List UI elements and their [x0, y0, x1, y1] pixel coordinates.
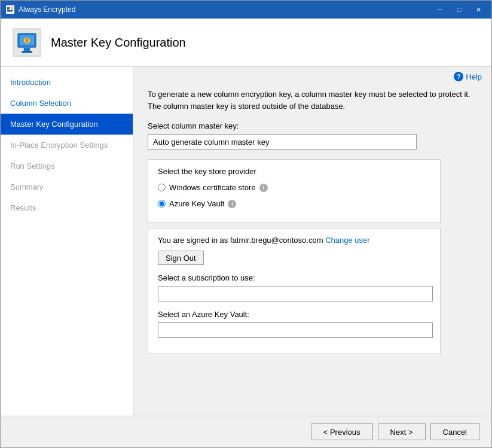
keystore-title: Select the key store provider — [158, 167, 430, 176]
svg-rect-2 — [11, 7, 13, 10]
subscription-dropdown[interactable] — [158, 286, 433, 301]
change-user-link[interactable]: Change user — [325, 236, 369, 245]
sidebar-item-in-place-encryption-settings: In-Place Encryption Settings — [1, 135, 133, 156]
windows-cert-info-icon[interactable]: i — [259, 184, 268, 192]
sidebar-item-summary: Summary — [1, 176, 133, 197]
content-area: ? Help To generate a new column encrypti… — [133, 67, 491, 416]
vault-label: Select an Azure Key Vault: — [158, 310, 430, 319]
azure-key-vault-info-icon[interactable]: i — [228, 200, 236, 208]
window: Always Encrypted ─ □ ✕ Master Key Config… — [0, 0, 492, 448]
windows-cert-label[interactable]: Windows certificate store — [169, 183, 256, 192]
minimize-button[interactable]: ─ — [432, 4, 448, 16]
help-circle-icon: ? — [454, 72, 463, 81]
svg-rect-11 — [26, 38, 28, 42]
azure-section: You are signed in as fatmir.bregu@contos… — [148, 228, 441, 354]
header: Master Key Configuration — [1, 19, 491, 67]
sign-out-button[interactable]: Sign Out — [158, 251, 204, 265]
main-content: Introduction Column Selection Master Key… — [1, 67, 491, 416]
svg-rect-9 — [22, 51, 32, 53]
close-button[interactable]: ✕ — [470, 4, 487, 16]
sidebar: Introduction Column Selection Master Key… — [1, 67, 133, 416]
help-link[interactable]: ? Help — [454, 72, 482, 81]
page-title: Master Key Configuration — [51, 36, 186, 50]
previous-button[interactable]: < Previous — [311, 423, 373, 440]
signed-in-row: You are signed in as fatmir.bregu@contos… — [158, 236, 430, 245]
signed-in-text: You are signed in as fatmir.bregu@contos… — [158, 236, 323, 245]
subscription-label: Select a subscription to use: — [158, 273, 430, 282]
master-key-dropdown-wrapper: Auto generate column master keySelect ex… — [148, 134, 477, 150]
app-icon — [5, 5, 15, 14]
header-icon — [13, 28, 41, 57]
svg-rect-1 — [7, 7, 10, 10]
description-text: To generate a new column encryption key,… — [148, 89, 477, 112]
title-bar: Always Encrypted ─ □ ✕ — [1, 1, 491, 19]
subscription-dropdown-wrapper — [158, 286, 430, 301]
cancel-button[interactable]: Cancel — [430, 423, 479, 440]
windows-cert-radio[interactable] — [158, 184, 166, 191]
vault-dropdown-wrapper — [158, 322, 430, 338]
sidebar-item-run-settings: Run Settings — [1, 156, 133, 176]
vault-dropdown[interactable] — [158, 322, 433, 338]
keystore-box: Select the key store provider Windows ce… — [148, 159, 441, 223]
sidebar-item-results: Results — [1, 197, 133, 218]
footer: < Previous Next > Cancel — [1, 416, 491, 447]
azure-key-vault-radio[interactable] — [158, 200, 166, 208]
window-title: Always Encrypted — [19, 5, 432, 14]
next-button[interactable]: Next > — [378, 423, 426, 440]
window-controls: ─ □ ✕ — [432, 4, 487, 16]
master-key-dropdown[interactable]: Auto generate column master keySelect ex… — [148, 134, 417, 150]
sidebar-item-introduction[interactable]: Introduction — [1, 72, 133, 93]
sidebar-item-master-key-configuration[interactable]: Master Key Configuration — [1, 114, 133, 135]
svg-rect-4 — [7, 11, 12, 12]
select-master-key-label: Select column master key: — [148, 121, 477, 130]
maximize-button[interactable]: □ — [451, 4, 467, 16]
azure-key-vault-label[interactable]: Azure Key Vault — [169, 199, 224, 208]
content-body: To generate a new column encryption key,… — [133, 84, 491, 416]
sidebar-item-column-selection[interactable]: Column Selection — [1, 93, 133, 114]
svg-rect-3 — [7, 10, 13, 11]
azure-key-vault-row: Azure Key Vault i — [158, 199, 430, 208]
help-row: ? Help — [133, 67, 491, 84]
windows-cert-row: Windows certificate store i — [158, 183, 430, 192]
